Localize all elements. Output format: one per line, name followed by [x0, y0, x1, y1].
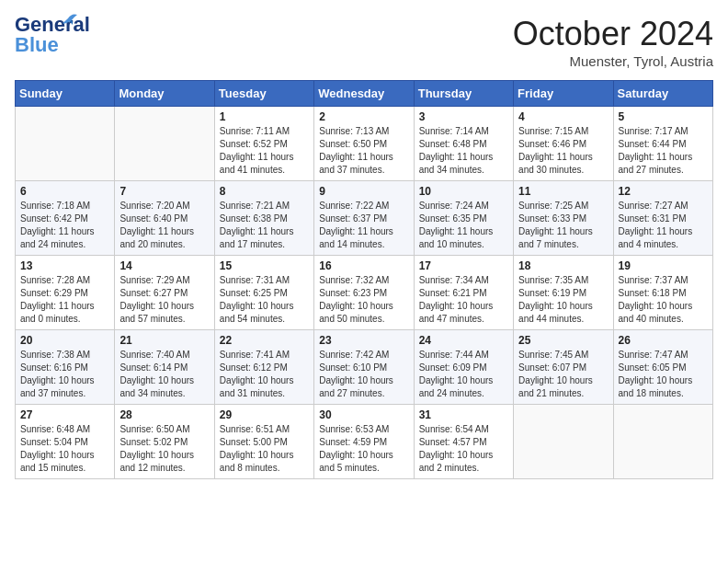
title-block: October 2024 Muenster, Tyrol, Austria — [513, 15, 713, 69]
day-number: 12 — [619, 185, 708, 198]
day-info: Sunrise: 7:22 AM Sunset: 6:37 PM Dayligh… — [319, 200, 408, 251]
col-header-monday: Monday — [115, 81, 214, 107]
day-number: 14 — [119, 259, 209, 272]
day-cell: 6Sunrise: 7:18 AM Sunset: 6:42 PM Daylig… — [16, 181, 115, 256]
week-row-4: 20Sunrise: 7:38 AM Sunset: 6:16 PM Dayli… — [16, 330, 713, 405]
calendar-header: SundayMondayTuesdayWednesdayThursdayFrid… — [16, 81, 713, 107]
col-header-sunday: Sunday — [16, 81, 115, 107]
day-number: 16 — [319, 259, 408, 272]
day-cell: 10Sunrise: 7:24 AM Sunset: 6:35 PM Dayli… — [414, 181, 513, 256]
day-cell: 23Sunrise: 7:42 AM Sunset: 6:10 PM Dayli… — [314, 330, 414, 405]
calendar-table: SundayMondayTuesdayWednesdayThursdayFrid… — [15, 80, 713, 479]
day-cell — [16, 107, 115, 181]
day-info: Sunrise: 7:21 AM Sunset: 6:38 PM Dayligh… — [220, 200, 309, 251]
day-cell: 15Sunrise: 7:31 AM Sunset: 6:25 PM Dayli… — [214, 256, 313, 330]
day-info: Sunrise: 7:45 AM Sunset: 6:07 PM Dayligh… — [518, 349, 608, 400]
day-cell: 5Sunrise: 7:17 AM Sunset: 6:44 PM Daylig… — [613, 107, 712, 181]
day-info: Sunrise: 6:51 AM Sunset: 5:00 PM Dayligh… — [220, 423, 309, 475]
day-cell: 28Sunrise: 6:50 AM Sunset: 5:02 PM Dayli… — [115, 405, 214, 479]
day-number: 29 — [220, 408, 309, 421]
day-info: Sunrise: 7:40 AM Sunset: 6:14 PM Dayligh… — [119, 349, 209, 400]
page-header: General Blue October 2024 Muenster, Tyro… — [15, 15, 713, 69]
day-number: 15 — [220, 259, 309, 272]
day-cell: 13Sunrise: 7:28 AM Sunset: 6:29 PM Dayli… — [16, 256, 115, 330]
day-number: 3 — [419, 110, 508, 123]
day-cell: 20Sunrise: 7:38 AM Sunset: 6:16 PM Dayli… — [16, 330, 115, 405]
day-cell: 14Sunrise: 7:29 AM Sunset: 6:27 PM Dayli… — [115, 256, 214, 330]
day-cell: 19Sunrise: 7:37 AM Sunset: 6:18 PM Dayli… — [613, 256, 712, 330]
day-cell: 17Sunrise: 7:34 AM Sunset: 6:21 PM Dayli… — [414, 256, 513, 330]
day-number: 7 — [119, 185, 209, 198]
day-info: Sunrise: 7:24 AM Sunset: 6:35 PM Dayligh… — [419, 200, 508, 251]
day-info: Sunrise: 7:17 AM Sunset: 6:44 PM Dayligh… — [619, 125, 708, 177]
day-cell: 8Sunrise: 7:21 AM Sunset: 6:38 PM Daylig… — [214, 181, 313, 256]
col-header-thursday: Thursday — [414, 81, 513, 107]
day-number: 24 — [419, 334, 508, 347]
day-info: Sunrise: 6:53 AM Sunset: 4:59 PM Dayligh… — [319, 423, 408, 475]
day-cell: 31Sunrise: 6:54 AM Sunset: 4:57 PM Dayli… — [414, 405, 513, 479]
day-cell: 25Sunrise: 7:45 AM Sunset: 6:07 PM Dayli… — [514, 330, 613, 405]
col-header-tuesday: Tuesday — [214, 81, 313, 107]
day-number: 4 — [518, 110, 608, 123]
day-number: 23 — [319, 334, 408, 347]
day-info: Sunrise: 6:50 AM Sunset: 5:02 PM Dayligh… — [119, 423, 209, 475]
day-cell: 11Sunrise: 7:25 AM Sunset: 6:33 PM Dayli… — [514, 181, 613, 256]
day-info: Sunrise: 7:34 AM Sunset: 6:21 PM Dayligh… — [419, 274, 508, 326]
logo-general: General — [15, 15, 63, 35]
day-cell: 3Sunrise: 7:14 AM Sunset: 6:48 PM Daylig… — [414, 107, 513, 181]
week-row-2: 6Sunrise: 7:18 AM Sunset: 6:42 PM Daylig… — [16, 181, 713, 256]
day-number: 13 — [20, 259, 109, 272]
day-cell: 4Sunrise: 7:15 AM Sunset: 6:46 PM Daylig… — [514, 107, 613, 181]
day-info: Sunrise: 6:54 AM Sunset: 4:57 PM Dayligh… — [419, 423, 508, 475]
col-header-saturday: Saturday — [613, 81, 712, 107]
day-number: 17 — [419, 259, 508, 272]
day-cell: 27Sunrise: 6:48 AM Sunset: 5:04 PM Dayli… — [16, 405, 115, 479]
day-cell — [613, 405, 712, 479]
day-number: 10 — [419, 185, 508, 198]
day-info: Sunrise: 7:47 AM Sunset: 6:05 PM Dayligh… — [619, 349, 708, 400]
day-number: 11 — [518, 185, 608, 198]
calendar-body: 1Sunrise: 7:11 AM Sunset: 6:52 PM Daylig… — [16, 107, 713, 479]
day-cell: 16Sunrise: 7:32 AM Sunset: 6:23 PM Dayli… — [314, 256, 414, 330]
day-cell: 29Sunrise: 6:51 AM Sunset: 5:00 PM Dayli… — [214, 405, 313, 479]
day-info: Sunrise: 7:11 AM Sunset: 6:52 PM Dayligh… — [220, 125, 309, 177]
day-number: 5 — [619, 110, 708, 123]
day-info: Sunrise: 7:29 AM Sunset: 6:27 PM Dayligh… — [119, 274, 209, 326]
week-row-3: 13Sunrise: 7:28 AM Sunset: 6:29 PM Dayli… — [16, 256, 713, 330]
day-info: Sunrise: 7:42 AM Sunset: 6:10 PM Dayligh… — [319, 349, 408, 400]
location-subtitle: Muenster, Tyrol, Austria — [513, 53, 713, 69]
logo: General Blue — [15, 15, 63, 55]
day-number: 8 — [220, 185, 309, 198]
day-info: Sunrise: 7:14 AM Sunset: 6:48 PM Dayligh… — [419, 125, 508, 177]
day-cell: 2Sunrise: 7:13 AM Sunset: 6:50 PM Daylig… — [314, 107, 414, 181]
day-info: Sunrise: 7:44 AM Sunset: 6:09 PM Dayligh… — [419, 349, 508, 400]
day-number: 30 — [319, 408, 408, 421]
day-number: 26 — [619, 334, 708, 347]
day-number: 19 — [619, 259, 708, 272]
day-info: Sunrise: 7:41 AM Sunset: 6:12 PM Dayligh… — [220, 349, 309, 400]
day-cell — [115, 107, 214, 181]
day-number: 1 — [220, 110, 309, 123]
day-cell: 30Sunrise: 6:53 AM Sunset: 4:59 PM Dayli… — [314, 405, 414, 479]
header-row: SundayMondayTuesdayWednesdayThursdayFrid… — [16, 81, 713, 107]
day-info: Sunrise: 7:18 AM Sunset: 6:42 PM Dayligh… — [20, 200, 109, 251]
logo-bird-icon — [59, 11, 79, 31]
day-info: Sunrise: 7:35 AM Sunset: 6:19 PM Dayligh… — [518, 274, 608, 326]
day-info: Sunrise: 7:15 AM Sunset: 6:46 PM Dayligh… — [518, 125, 608, 177]
day-number: 2 — [319, 110, 408, 123]
col-header-wednesday: Wednesday — [314, 81, 414, 107]
day-info: Sunrise: 6:48 AM Sunset: 5:04 PM Dayligh… — [20, 423, 109, 475]
day-number: 9 — [319, 185, 408, 198]
logo-blue: Blue — [15, 35, 63, 55]
col-header-friday: Friday — [514, 81, 613, 107]
day-cell: 1Sunrise: 7:11 AM Sunset: 6:52 PM Daylig… — [214, 107, 313, 181]
day-info: Sunrise: 7:31 AM Sunset: 6:25 PM Dayligh… — [220, 274, 309, 326]
day-cell: 24Sunrise: 7:44 AM Sunset: 6:09 PM Dayli… — [414, 330, 513, 405]
month-title: October 2024 — [513, 15, 713, 53]
day-number: 18 — [518, 259, 608, 272]
day-cell: 7Sunrise: 7:20 AM Sunset: 6:40 PM Daylig… — [115, 181, 214, 256]
day-info: Sunrise: 7:25 AM Sunset: 6:33 PM Dayligh… — [518, 200, 608, 251]
day-cell: 22Sunrise: 7:41 AM Sunset: 6:12 PM Dayli… — [214, 330, 313, 405]
day-number: 25 — [518, 334, 608, 347]
day-cell: 21Sunrise: 7:40 AM Sunset: 6:14 PM Dayli… — [115, 330, 214, 405]
